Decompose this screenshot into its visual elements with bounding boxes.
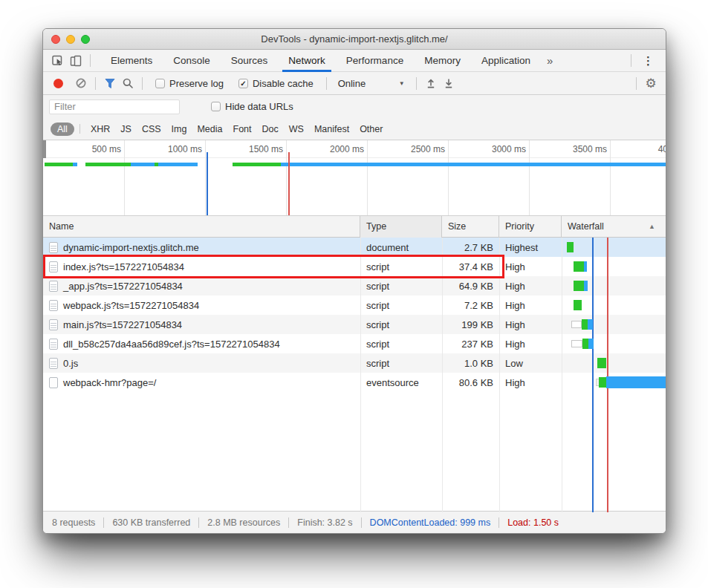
clear-button[interactable] bbox=[72, 74, 90, 92]
filter-pill-other[interactable]: Other bbox=[354, 122, 388, 136]
timeline-gridline bbox=[124, 140, 125, 215]
request-type: document bbox=[360, 242, 442, 253]
request-type: script bbox=[360, 339, 442, 350]
waterfall-bar bbox=[574, 261, 584, 272]
filter-pill-font[interactable]: Font bbox=[228, 122, 257, 136]
table-row[interactable]: _app.js?ts=1572271054834 script 64.9 KB … bbox=[43, 276, 666, 295]
divider bbox=[95, 77, 96, 90]
table-row[interactable]: webpack-hmr?page=/ eventsource 80.6 KB H… bbox=[43, 373, 666, 392]
tab-memory[interactable]: Memory bbox=[414, 50, 471, 72]
filter-pill-js[interactable]: JS bbox=[115, 122, 137, 136]
waterfall-bar bbox=[574, 281, 584, 291]
table-row[interactable]: dll_b58c257da4aa56d89cef.js?ts=157227105… bbox=[43, 334, 666, 353]
request-type: script bbox=[360, 319, 442, 330]
tab-elements[interactable]: Elements bbox=[100, 50, 163, 72]
checkbox-unchecked[interactable] bbox=[211, 102, 221, 111]
search-icon[interactable] bbox=[119, 74, 137, 92]
devtools-menu-button[interactable]: ⋮ bbox=[637, 54, 660, 68]
overview-request-bar bbox=[85, 163, 131, 166]
file-icon bbox=[49, 281, 58, 292]
filter-pill-doc[interactable]: Doc bbox=[257, 122, 284, 136]
preserve-log-label: Preserve log bbox=[169, 78, 224, 89]
timeline-overview[interactable]: 500 ms1000 ms1500 ms2000 ms2500 ms3000 m… bbox=[43, 140, 666, 216]
waterfall-bar bbox=[597, 358, 606, 368]
inspect-element-icon[interactable] bbox=[49, 52, 67, 70]
hide-data-urls-checkbox[interactable]: Hide data URLs bbox=[211, 101, 293, 112]
table-row[interactable]: dynamic-import-nextjs.glitch.me document… bbox=[43, 238, 666, 257]
throttling-select[interactable]: Online ▼ bbox=[338, 78, 405, 89]
waterfall-bar bbox=[571, 340, 582, 347]
column-header-size[interactable]: Size bbox=[442, 216, 499, 238]
timeline-gridline bbox=[286, 140, 287, 215]
column-header-priority[interactable]: Priority bbox=[499, 216, 562, 238]
divider bbox=[142, 77, 143, 90]
filter-pill-xhr[interactable]: XHR bbox=[85, 122, 115, 136]
request-type: script bbox=[360, 261, 442, 272]
divider bbox=[361, 517, 362, 528]
overview-drag-handle[interactable] bbox=[43, 140, 46, 158]
tab-network[interactable]: Network bbox=[278, 50, 336, 72]
filter-row: Hide data URLs bbox=[43, 95, 666, 118]
waterfall-bar bbox=[606, 376, 666, 388]
resources-size: 2.8 MB resources bbox=[207, 517, 280, 528]
load-event-line bbox=[288, 152, 290, 215]
request-type: script bbox=[360, 300, 442, 311]
disable-cache-checkbox[interactable]: ✓ Disable cache bbox=[238, 78, 314, 89]
waterfall-bar bbox=[571, 321, 582, 328]
tab-console[interactable]: Console bbox=[163, 50, 221, 72]
request-type: script bbox=[360, 281, 442, 292]
devtools-tabbar: Elements Console Sources Network Perform… bbox=[43, 50, 666, 72]
waterfall-bar bbox=[574, 300, 582, 310]
timeline-tick-label: 40 bbox=[604, 140, 666, 158]
filter-input[interactable] bbox=[49, 99, 180, 114]
request-name: _app.js?ts=1572271054834 bbox=[63, 281, 183, 292]
filter-pill-all[interactable]: All bbox=[51, 122, 74, 136]
request-name: webpack.js?ts=1572271054834 bbox=[63, 300, 199, 311]
waterfall-bar bbox=[588, 319, 593, 330]
throttling-value: Online bbox=[338, 78, 377, 89]
tab-application[interactable]: Application bbox=[471, 50, 541, 72]
checkbox-unchecked[interactable] bbox=[155, 79, 165, 88]
column-header-type[interactable]: Type bbox=[360, 216, 442, 238]
divider bbox=[498, 517, 499, 528]
request-type: script bbox=[360, 358, 442, 369]
file-icon bbox=[49, 261, 58, 272]
table-row[interactable]: webpack.js?ts=1572271054834 script 7.2 K… bbox=[43, 295, 666, 315]
request-size: 2.7 KB bbox=[442, 242, 499, 253]
request-name: 0.js bbox=[63, 358, 78, 369]
settings-gear-icon[interactable]: ⚙ bbox=[642, 74, 660, 92]
request-size: 199 KB bbox=[442, 319, 499, 330]
table-row[interactable]: 0.js script 1.0 KB Low bbox=[43, 353, 666, 373]
overview-request-bar bbox=[233, 163, 281, 166]
divider bbox=[103, 517, 104, 528]
device-toolbar-icon[interactable] bbox=[67, 52, 85, 70]
request-type: eventsource bbox=[360, 377, 442, 388]
filter-pill-ws[interactable]: WS bbox=[284, 122, 309, 136]
import-har-icon[interactable] bbox=[422, 74, 440, 92]
request-name: main.js?ts=1572271054834 bbox=[63, 319, 182, 330]
table-row[interactable]: main.js?ts=1572271054834 script 199 KB H… bbox=[43, 315, 666, 334]
request-priority: Low bbox=[499, 358, 562, 369]
tab-performance[interactable]: Performance bbox=[336, 50, 414, 72]
filter-pill-css[interactable]: CSS bbox=[137, 122, 166, 136]
tab-sources[interactable]: Sources bbox=[221, 50, 279, 72]
column-header-name[interactable]: Name bbox=[43, 216, 360, 238]
table-row-highlighted[interactable]: index.js?ts=1572271054834 script 37.4 KB… bbox=[43, 257, 666, 276]
filter-pill-media[interactable]: Media bbox=[192, 122, 227, 136]
filter-pill-img[interactable]: Img bbox=[166, 122, 192, 136]
column-separator bbox=[360, 238, 361, 512]
timeline-tick-label: 2000 ms bbox=[300, 140, 364, 158]
filter-funnel-icon[interactable] bbox=[101, 74, 119, 92]
filter-pill-manifest[interactable]: Manifest bbox=[309, 122, 354, 136]
record-button[interactable] bbox=[53, 79, 63, 88]
overview-request-bar bbox=[281, 163, 666, 166]
preserve-log-checkbox[interactable]: Preserve log bbox=[155, 78, 224, 89]
column-header-waterfall[interactable]: Waterfall ▲ bbox=[562, 216, 666, 238]
domcontentloaded-time: DOMContentLoaded: 999 ms bbox=[370, 517, 491, 528]
export-har-icon[interactable] bbox=[440, 74, 458, 92]
timeline-gridline bbox=[448, 140, 449, 215]
window-titlebar[interactable]: DevTools - dynamic-import-nextjs.glitch.… bbox=[43, 29, 666, 50]
request-priority: High bbox=[499, 319, 562, 330]
more-tabs-button[interactable]: » bbox=[541, 54, 559, 67]
checkbox-checked[interactable]: ✓ bbox=[238, 79, 248, 88]
